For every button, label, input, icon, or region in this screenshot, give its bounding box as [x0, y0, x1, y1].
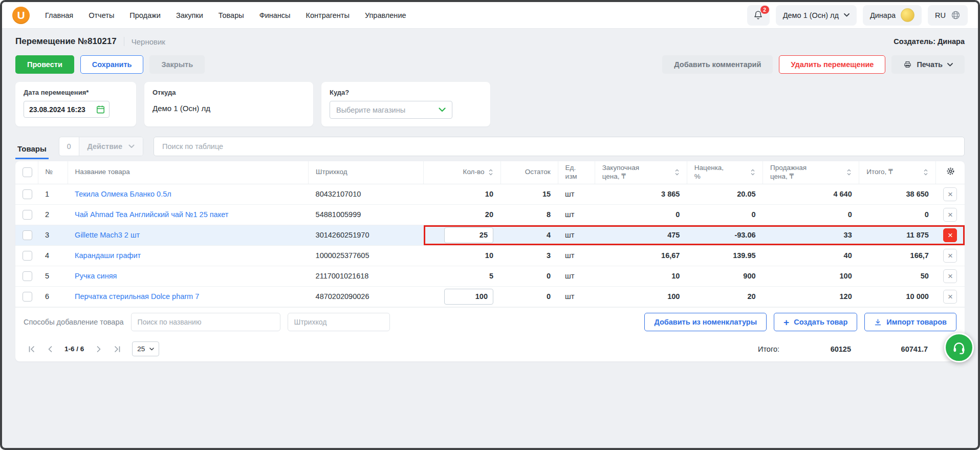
menu-item-counterparties[interactable]: Контрагенты: [306, 11, 350, 19]
notifications-button[interactable]: 2: [747, 5, 770, 26]
create-product-button[interactable]: + Создать товар: [774, 313, 857, 331]
purchase-price-value: 475: [595, 225, 687, 245]
user-name: Динара: [870, 11, 896, 19]
destination-store-select[interactable]: Выберите магазины: [330, 101, 452, 119]
total-value: 0: [859, 204, 936, 225]
action-dropdown[interactable]: Действие: [79, 137, 143, 156]
product-link[interactable]: Текила Олмека Бланко 0.5л: [75, 190, 171, 198]
product-name-search-input[interactable]: [131, 313, 280, 331]
header-unit: Ед. изм: [565, 164, 584, 181]
app-logo[interactable]: U: [12, 7, 30, 24]
delete-row-button[interactable]: ×: [943, 249, 957, 263]
page-size-select[interactable]: 25: [132, 341, 159, 356]
stock-value: 0: [500, 266, 558, 286]
next-page-button[interactable]: [91, 341, 106, 357]
close-icon: ×: [948, 210, 953, 219]
menu-item-management[interactable]: Управление: [365, 11, 406, 19]
total-sale-sum: 60125: [779, 345, 851, 353]
sort-icon[interactable]: [488, 168, 493, 176]
add-product-panel: Способы добавление товара Добавить из но…: [15, 307, 965, 337]
barcode-value: 1000025377605: [309, 245, 424, 266]
date-card: Дата перемещения*: [15, 82, 136, 126]
add-comment-button[interactable]: Добавить комментарий: [662, 55, 773, 74]
barcode-search-input[interactable]: [288, 313, 390, 331]
printer-icon: [903, 60, 912, 69]
menu-item-products[interactable]: Товары: [219, 11, 244, 19]
delete-row-button[interactable]: ×: [943, 269, 957, 283]
markup-value: 0: [687, 204, 763, 225]
delete-transfer-button[interactable]: Удалить перемещение: [779, 55, 885, 74]
qty-value[interactable]: 10: [424, 184, 500, 204]
header-total: Итого, ₸: [866, 168, 892, 177]
sort-icon[interactable]: [923, 168, 928, 176]
row-checkbox[interactable]: [23, 251, 32, 261]
stock-value: 8: [500, 204, 558, 225]
import-products-button[interactable]: Импорт товаров: [864, 313, 956, 331]
add-methods-label: Способы добавление товара: [24, 318, 124, 326]
qty-value[interactable]: 5: [424, 266, 500, 286]
products-table-card: № Название товара Штрихкод Кол-во Остато…: [15, 161, 965, 361]
first-page-button[interactable]: [24, 341, 39, 357]
menu-item-reports[interactable]: Отчеты: [89, 11, 114, 19]
unit-value: шт: [558, 266, 595, 286]
language-selector[interactable]: RU: [928, 5, 968, 26]
support-chat-button[interactable]: [944, 333, 974, 362]
last-page-button[interactable]: [110, 341, 125, 357]
user-menu[interactable]: Динара: [863, 5, 922, 26]
barcode-value: 2117001021618: [309, 266, 424, 286]
sale-price-value: 100: [763, 266, 859, 286]
product-link[interactable]: Карандаши графит: [75, 251, 141, 260]
table-search-input[interactable]: [154, 137, 965, 156]
product-link[interactable]: Перчатка стерильная Dolce pharm 7: [75, 292, 199, 301]
sort-icon[interactable]: [674, 168, 680, 176]
product-link[interactable]: Gillette Mach3 2 шт: [75, 231, 140, 239]
close-button[interactable]: Закрыть: [149, 55, 205, 74]
row-checkbox[interactable]: [23, 210, 32, 220]
menu-item-sales[interactable]: Продажи: [129, 11, 161, 19]
menu-item-home[interactable]: Главная: [45, 11, 73, 19]
print-label: Печать: [917, 60, 943, 69]
stock-value: 4: [500, 225, 558, 245]
delete-row-button[interactable]: ×: [943, 228, 957, 242]
source-card: Откуда Демо 1 (Осн) лд: [144, 82, 313, 126]
print-button[interactable]: Печать: [891, 55, 965, 74]
delete-row-button[interactable]: ×: [943, 290, 957, 304]
post-button[interactable]: Провести: [15, 55, 74, 74]
save-button[interactable]: Сохранить: [80, 55, 144, 74]
row-checkbox[interactable]: [23, 189, 32, 199]
header-qty: Кол-во: [463, 168, 485, 177]
row-checkbox[interactable]: [23, 230, 32, 240]
menu-item-purchases[interactable]: Закупки: [176, 11, 203, 19]
qty-value[interactable]: 20: [424, 204, 500, 225]
add-from-nomenclature-button[interactable]: Добавить из номенклатуры: [644, 313, 767, 331]
sort-icon[interactable]: [846, 168, 852, 176]
organization-name: Демо 1 (Осн) лд: [783, 11, 839, 19]
previous-page-button[interactable]: [42, 341, 57, 357]
calendar-icon[interactable]: [96, 104, 105, 116]
sort-icon[interactable]: [750, 168, 755, 176]
product-link[interactable]: Чай Ahmad Tea Английский чай №1 25 пакет: [75, 210, 228, 219]
tab-products[interactable]: Товары: [15, 144, 49, 159]
stock-value: 15: [500, 184, 558, 204]
quantity-input[interactable]: [444, 227, 493, 243]
purchase-price-value: 3 865: [595, 184, 687, 204]
quantity-input[interactable]: [444, 289, 493, 305]
delete-row-button[interactable]: ×: [943, 187, 957, 201]
row-checkbox[interactable]: [23, 271, 32, 281]
row-checkbox[interactable]: [23, 292, 32, 302]
menu-item-finance[interactable]: Финансы: [259, 11, 291, 19]
header-num: №: [38, 161, 68, 184]
qty-value[interactable]: 10: [424, 245, 500, 266]
app-window: U Главная Отчеты Продажи Закупки Товары …: [0, 0, 980, 450]
product-link[interactable]: Ручка синяя: [75, 272, 117, 280]
markup-value: 20.05: [687, 184, 763, 204]
source-store-value: Демо 1 (Осн) лд: [153, 101, 305, 113]
select-all-checkbox[interactable]: [23, 167, 32, 177]
delete-row-button[interactable]: ×: [943, 208, 957, 222]
globe-icon: [951, 10, 961, 20]
chevron-down-icon: [439, 108, 446, 112]
gear-icon[interactable]: [946, 166, 955, 176]
organization-selector[interactable]: Демо 1 (Осн) лд: [776, 5, 857, 26]
topnav-right: 2 Демо 1 (Осн) лд Динара RU: [747, 5, 968, 26]
unit-value: шт: [558, 184, 595, 204]
